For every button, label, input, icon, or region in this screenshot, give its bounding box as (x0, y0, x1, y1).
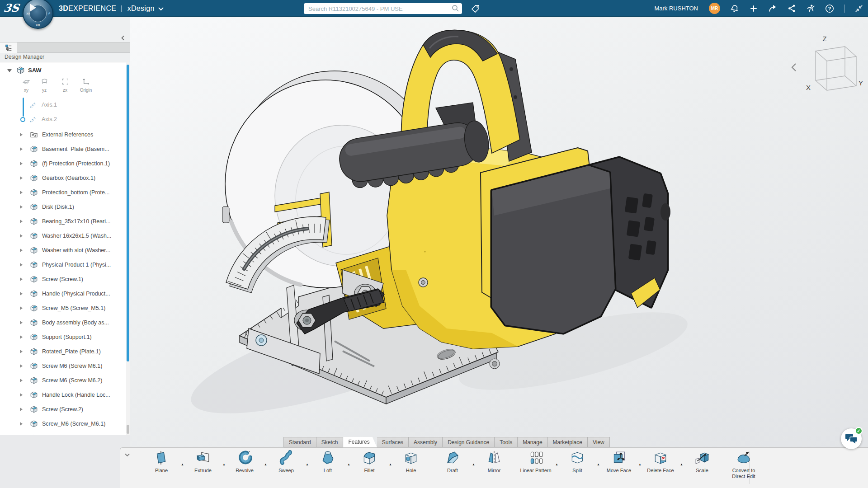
expand-arrow-icon[interactable] (20, 335, 23, 339)
ribbon-tab-surfaces[interactable]: Surfaces (377, 437, 409, 447)
tree-row[interactable] (0, 431, 127, 435)
expand-arrow-icon[interactable] (20, 176, 23, 180)
user-name[interactable]: Mark RUSHTON (654, 5, 698, 12)
expand-arrow-icon[interactable] (20, 292, 23, 296)
search-icon[interactable] (452, 5, 459, 14)
tree-row[interactable]: Screw (Screw.1) (0, 272, 127, 286)
share-icon[interactable] (768, 4, 777, 13)
collapse-panel-icon[interactable] (120, 35, 126, 41)
tree-row[interactable]: Rotated_Plate (Plate.1) (0, 344, 127, 359)
expand-arrow-icon[interactable] (20, 263, 23, 267)
tree-row[interactable]: Bearing_35x17x10 (Beari... (0, 214, 127, 229)
tree-row[interactable]: Screw (Screw.2) (0, 402, 127, 417)
tree-axis-row[interactable]: Axis.2 (0, 114, 127, 126)
tree-row[interactable]: Gearbox (Gearbox.1) (0, 171, 127, 185)
tree-row[interactable]: (f) Protection (Protection.1) (0, 156, 127, 171)
tree-row[interactable]: Washer with slot (Washer... (0, 243, 127, 258)
tool-plane-button[interactable]: Plane▲ (141, 450, 182, 479)
tree-row[interactable]: Screw M6 (Screw M6.2) (0, 373, 127, 388)
tool-scale-button[interactable]: Scale (681, 450, 723, 479)
expand-arrow-icon[interactable] (20, 205, 23, 209)
ribbon-tab-tools[interactable]: Tools (495, 437, 518, 447)
reference-plane-origin[interactable]: Origin (76, 78, 96, 93)
3d-viewport[interactable]: Z X Y (130, 17, 868, 488)
collapse-icon[interactable] (854, 4, 863, 13)
tree-row[interactable]: Screw M6 (Screw M6.1) (0, 359, 127, 373)
help-icon[interactable]: ? (825, 4, 834, 13)
expand-arrow-icon[interactable] (20, 364, 23, 368)
tool-extrude-button[interactable]: Extrude▲ (182, 450, 224, 479)
tree-row[interactable]: Screw_M6 (Screw_M6.1) (0, 417, 127, 431)
ribbon-tab-standard[interactable]: Standard (283, 437, 316, 447)
expand-arrow-icon[interactable] (20, 147, 23, 151)
user-avatar[interactable]: MR (709, 3, 720, 14)
tool-delete-face-button[interactable]: Delete Face▲ (640, 450, 681, 479)
scrollbar-thumb[interactable] (127, 65, 129, 361)
scrollbar-secondary-thumb[interactable] (127, 425, 129, 434)
app-switcher-chevron-icon[interactable] (158, 0, 164, 17)
ribbon-tab-marketplace[interactable]: Marketplace (548, 437, 588, 447)
collapse-caret-icon[interactable] (7, 69, 12, 72)
ribbon-tab-features[interactable]: Features (343, 437, 377, 447)
tag-icon[interactable] (470, 4, 480, 14)
tree-row[interactable]: Physical Product 1 (Physi... (0, 258, 127, 272)
ribbon-tab-manage[interactable]: Manage (518, 437, 547, 447)
toolbar-collapse-icon[interactable] (124, 451, 131, 459)
tree-row[interactable]: Disk (Disk.1) (0, 200, 127, 214)
expand-arrow-icon[interactable] (20, 249, 23, 252)
tool-fillet-button[interactable]: Fillet▲ (349, 450, 390, 479)
tool-linear-pattern-button[interactable]: Linear Pattern▲ (515, 450, 557, 479)
expand-arrow-icon[interactable] (20, 379, 23, 382)
tree-row[interactable]: Basement_Plate (Basem... (0, 142, 127, 156)
tree-row[interactable]: Screw_M5 (Screw_M5.1) (0, 301, 127, 315)
tree-row[interactable]: External References (0, 127, 127, 142)
tree-row[interactable]: Handle (Physical Product... (0, 286, 127, 301)
share-nodes-icon[interactable] (787, 4, 796, 13)
tree-scrollbar[interactable] (126, 62, 130, 435)
ribbon-tab-sketch[interactable]: Sketch (316, 437, 344, 447)
tool-revolve-button[interactable]: Revolve▲ (224, 450, 265, 479)
tree-root-saw[interactable]: SAW (0, 65, 127, 76)
tool-mirror-button[interactable]: Mirror (473, 450, 515, 479)
tab-design-tree[interactable] (0, 42, 17, 53)
view-cube-prev-icon[interactable] (792, 64, 796, 71)
tool-hole-button[interactable]: Hole (390, 450, 432, 479)
tool-split-button[interactable]: Split▲ (557, 450, 598, 479)
tree-row[interactable]: Body assembly (Body as... (0, 315, 127, 330)
tree-row[interactable]: Handle Lock (Handle Loc... (0, 388, 127, 402)
ribbon-tab-assembly[interactable]: Assembly (409, 437, 443, 447)
expand-arrow-icon[interactable] (20, 191, 23, 194)
reference-plane-zx[interactable]: zx (55, 78, 75, 93)
expand-arrow-icon[interactable] (20, 393, 23, 397)
expand-arrow-icon[interactable] (20, 321, 23, 324)
add-icon[interactable] (749, 4, 758, 13)
people-icon[interactable] (806, 4, 815, 13)
expand-arrow-icon[interactable] (20, 422, 23, 426)
tree-row[interactable]: Support (Support.1) (0, 330, 127, 344)
bell-icon[interactable] (730, 4, 739, 13)
expand-arrow-icon[interactable] (20, 133, 23, 136)
messaging-button[interactable]: ✓ (841, 428, 862, 449)
tree-row[interactable]: Washer 16x26x1.5 (Wash... (0, 229, 127, 243)
view-cube[interactable]: Z X Y (788, 33, 865, 96)
ribbon-tab-design-guidance[interactable]: Design Guidance (443, 437, 495, 447)
ribbon-tab-view[interactable]: View (588, 437, 610, 447)
tool-loft-button[interactable]: Loft▲ (307, 450, 349, 479)
tree-axis-row[interactable]: Axis.1 (0, 99, 127, 111)
expand-arrow-icon[interactable] (20, 162, 23, 165)
circular-saw-model[interactable] (130, 17, 868, 450)
expand-arrow-icon[interactable] (20, 408, 23, 411)
app-name[interactable]: xDesign (127, 5, 155, 12)
search-input[interactable] (304, 3, 462, 14)
tool-move-face-button[interactable]: Move Face▲ (598, 450, 640, 479)
reference-plane-xy[interactable]: xy (16, 78, 36, 93)
expand-arrow-icon[interactable] (20, 234, 23, 238)
expand-arrow-icon[interactable] (20, 350, 23, 353)
reference-plane-yz[interactable]: yz (34, 78, 54, 93)
expand-arrow-icon[interactable] (20, 220, 23, 223)
tool-draft-button[interactable]: Draft▲ (432, 450, 473, 479)
tree-row[interactable]: Protection_bottom (Prote... (0, 185, 127, 200)
tool-convert-to-direct-edit-button[interactable]: Convert to Direct-Edit (723, 450, 764, 479)
expand-arrow-icon[interactable] (20, 277, 23, 281)
tool-sweep-button[interactable]: Sweep▲ (265, 450, 307, 479)
